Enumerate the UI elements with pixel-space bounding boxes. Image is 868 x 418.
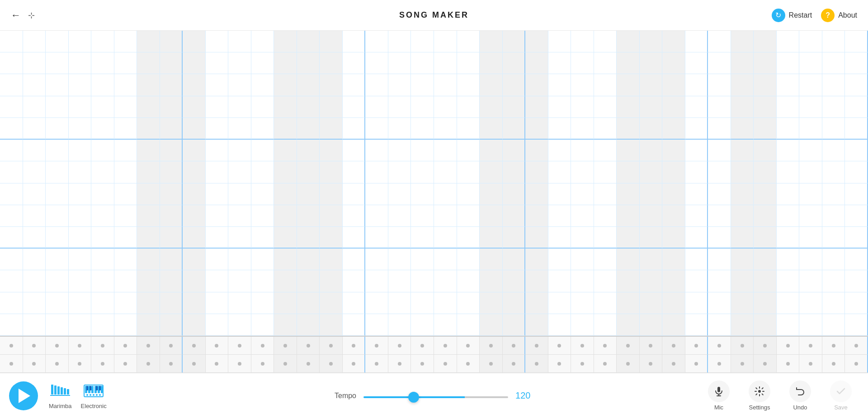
grid-cell[interactable] — [388, 314, 411, 336]
drum-cell[interactable] — [206, 337, 229, 355]
grid-cell[interactable] — [251, 140, 274, 161]
grid-cell[interactable] — [845, 31, 868, 52]
grid-cell[interactable] — [251, 31, 274, 52]
grid-cell[interactable] — [617, 52, 640, 74]
grid-cell[interactable] — [525, 270, 548, 292]
melody-grid[interactable] — [0, 31, 868, 336]
grid-cell[interactable] — [297, 118, 320, 140]
grid-cell[interactable] — [617, 249, 640, 270]
grid-cell[interactable] — [365, 205, 388, 227]
grid-cell[interactable] — [228, 74, 251, 96]
grid-cell[interactable] — [662, 183, 685, 205]
grid-cell[interactable] — [503, 161, 526, 183]
grid-cell[interactable] — [274, 183, 297, 205]
grid-cell[interactable] — [46, 74, 69, 96]
grid-cell[interactable] — [320, 161, 343, 183]
grid-cell[interactable] — [274, 270, 297, 292]
grid-cell[interactable] — [183, 183, 206, 205]
grid-cell[interactable] — [206, 227, 229, 249]
grid-cell[interactable] — [640, 249, 663, 270]
grid-cell[interactable] — [91, 314, 114, 336]
grid-cell[interactable] — [320, 183, 343, 205]
grid-cell[interactable] — [183, 74, 206, 96]
drum-cell[interactable] — [457, 337, 480, 355]
grid-cell[interactable] — [114, 270, 137, 292]
grid-cell[interactable] — [548, 205, 571, 227]
grid-cell[interactable] — [594, 161, 617, 183]
grid-cell[interactable] — [69, 270, 92, 292]
grid-cell[interactable] — [114, 227, 137, 249]
grid-cell[interactable] — [731, 227, 754, 249]
grid-cell[interactable] — [777, 118, 800, 140]
grid-cell[interactable] — [777, 249, 800, 270]
grid-cell[interactable] — [480, 31, 503, 52]
grid-cell[interactable] — [160, 292, 183, 314]
grid-cell[interactable] — [343, 249, 366, 270]
drum-cell[interactable] — [183, 337, 206, 355]
drum-cell[interactable] — [503, 337, 526, 355]
grid-cell[interactable] — [685, 118, 708, 140]
grid-cell[interactable] — [777, 292, 800, 314]
grid-cell[interactable] — [320, 52, 343, 74]
grid-cell[interactable] — [343, 205, 366, 227]
grid-cell[interactable] — [160, 205, 183, 227]
grid-cell[interactable] — [662, 140, 685, 161]
tempo-slider[interactable] — [363, 396, 508, 398]
grid-cell[interactable] — [754, 205, 777, 227]
grid-cell[interactable] — [411, 227, 434, 249]
grid-cell[interactable] — [274, 249, 297, 270]
grid-cell[interactable] — [594, 183, 617, 205]
grid-cell[interactable] — [365, 96, 388, 118]
grid-cell[interactable] — [206, 183, 229, 205]
grid-cell[interactable] — [822, 292, 845, 314]
grid-cell[interactable] — [731, 96, 754, 118]
grid-cell[interactable] — [69, 31, 92, 52]
grid-cell[interactable] — [23, 161, 46, 183]
grid-cell[interactable] — [91, 118, 114, 140]
grid-cell[interactable] — [228, 161, 251, 183]
grid-cell[interactable] — [434, 183, 457, 205]
grid-cell[interactable] — [251, 227, 274, 249]
grid-cell[interactable] — [662, 96, 685, 118]
grid-cell[interactable] — [640, 52, 663, 74]
grid-cell[interactable] — [274, 292, 297, 314]
grid-cell[interactable] — [685, 96, 708, 118]
grid-cell[interactable] — [799, 31, 822, 52]
grid-cell[interactable] — [662, 161, 685, 183]
grid-cell[interactable] — [388, 292, 411, 314]
grid-cell[interactable] — [662, 74, 685, 96]
grid-cell[interactable] — [594, 205, 617, 227]
drum-cell[interactable] — [525, 337, 548, 355]
grid-cell[interactable] — [594, 292, 617, 314]
grid-cell[interactable] — [548, 249, 571, 270]
grid-cell[interactable] — [137, 314, 160, 336]
grid-cell[interactable] — [640, 183, 663, 205]
grid-cell[interactable] — [708, 74, 731, 96]
grid-cell[interactable] — [183, 270, 206, 292]
drum-cell[interactable] — [617, 355, 640, 373]
grid-cell[interactable] — [69, 52, 92, 74]
grid-cell[interactable] — [91, 183, 114, 205]
grid-cell[interactable] — [799, 249, 822, 270]
grid-cell[interactable] — [548, 118, 571, 140]
grid-cell[interactable] — [251, 183, 274, 205]
drum-cell[interactable] — [251, 355, 274, 373]
grid-cell[interactable] — [160, 74, 183, 96]
drum-cell[interactable] — [0, 337, 23, 355]
grid-cell[interactable] — [228, 96, 251, 118]
grid-cell[interactable] — [754, 74, 777, 96]
drum-cell[interactable] — [685, 337, 708, 355]
grid-cell[interactable] — [777, 205, 800, 227]
drum-cell[interactable] — [708, 355, 731, 373]
drum-cell[interactable] — [777, 337, 800, 355]
grid-cell[interactable] — [206, 52, 229, 74]
grid-cell[interactable] — [594, 227, 617, 249]
grid-cell[interactable] — [274, 52, 297, 74]
drum-cell[interactable] — [388, 337, 411, 355]
grid-cell[interactable] — [799, 140, 822, 161]
grid-cell[interactable] — [137, 292, 160, 314]
grid-cell[interactable] — [297, 183, 320, 205]
drum-cell[interactable] — [69, 337, 92, 355]
grid-cell[interactable] — [548, 270, 571, 292]
grid-cell[interactable] — [137, 118, 160, 140]
